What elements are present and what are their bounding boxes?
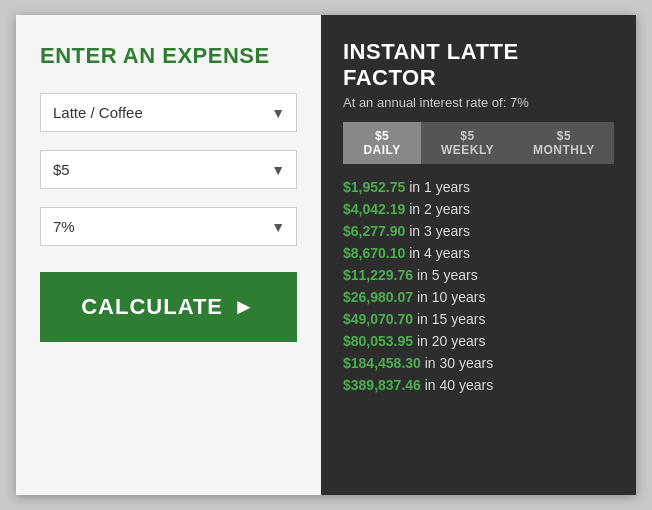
calculate-label: CALCULATE xyxy=(81,294,223,320)
result-item-8: $184,458.30 in 30 years xyxy=(343,354,614,372)
result-item-6: $49,070.70 in 15 years xyxy=(343,310,614,328)
result-amount-4: $11,229.76 xyxy=(343,267,413,283)
result-amount-7: $80,053.95 xyxy=(343,333,413,349)
left-panel: ENTER AN EXPENSE Latte / CoffeeLunch Out… xyxy=(16,15,321,495)
result-period-1: in 2 years xyxy=(409,201,470,217)
right-panel: INSTANT LATTE FACTOR At an annual intere… xyxy=(321,15,636,495)
rate-select[interactable]: 7%5%6%8%10% xyxy=(40,207,297,246)
result-amount-9: $389,837.46 xyxy=(343,377,421,393)
result-item-0: $1,952.75 in 1 years xyxy=(343,178,614,196)
result-period-8: in 30 years xyxy=(425,355,493,371)
result-item-9: $389,837.46 in 40 years xyxy=(343,376,614,394)
amount-select[interactable]: $5$10$15$20 xyxy=(40,150,297,189)
rate-select-wrapper: 7%5%6%8%10% ▼ xyxy=(40,207,297,246)
main-container: ENTER AN EXPENSE Latte / CoffeeLunch Out… xyxy=(16,15,636,495)
result-item-2: $6,277.90 in 3 years xyxy=(343,222,614,240)
result-item-5: $26,980.07 in 10 years xyxy=(343,288,614,306)
expense-select[interactable]: Latte / CoffeeLunch OutSnacksOther xyxy=(40,93,297,132)
calculate-arrow: ► xyxy=(233,294,256,320)
result-amount-8: $184,458.30 xyxy=(343,355,421,371)
tabs-container: $5 DAILY$5 WEEKLY$5 MONTHLY xyxy=(343,122,614,164)
tab-1[interactable]: $5 WEEKLY xyxy=(421,122,514,164)
result-amount-1: $4,042.19 xyxy=(343,201,405,217)
right-title: INSTANT LATTE FACTOR xyxy=(343,39,614,91)
amount-select-wrapper: $5$10$15$20 ▼ xyxy=(40,150,297,189)
result-item-1: $4,042.19 in 2 years xyxy=(343,200,614,218)
result-item-3: $8,670.10 in 4 years xyxy=(343,244,614,262)
result-amount-5: $26,980.07 xyxy=(343,289,413,305)
result-item-7: $80,053.95 in 20 years xyxy=(343,332,614,350)
calculate-button[interactable]: CALCULATE ► xyxy=(40,272,297,342)
tab-0[interactable]: $5 DAILY xyxy=(343,122,421,164)
left-title: ENTER AN EXPENSE xyxy=(40,43,297,69)
result-period-5: in 10 years xyxy=(417,289,485,305)
result-period-9: in 40 years xyxy=(425,377,493,393)
result-period-2: in 3 years xyxy=(409,223,470,239)
result-period-4: in 5 years xyxy=(417,267,478,283)
expense-select-wrapper: Latte / CoffeeLunch OutSnacksOther ▼ xyxy=(40,93,297,132)
result-amount-2: $6,277.90 xyxy=(343,223,405,239)
result-period-6: in 15 years xyxy=(417,311,485,327)
tab-2[interactable]: $5 MONTHLY xyxy=(514,122,614,164)
result-amount-6: $49,070.70 xyxy=(343,311,413,327)
result-amount-3: $8,670.10 xyxy=(343,245,405,261)
result-period-7: in 20 years xyxy=(417,333,485,349)
results-list: $1,952.75 in 1 years$4,042.19 in 2 years… xyxy=(343,178,614,394)
result-period-3: in 4 years xyxy=(409,245,470,261)
result-amount-0: $1,952.75 xyxy=(343,179,405,195)
interest-label: At an annual interest rate of: 7% xyxy=(343,95,614,110)
result-period-0: in 1 years xyxy=(409,179,470,195)
result-item-4: $11,229.76 in 5 years xyxy=(343,266,614,284)
